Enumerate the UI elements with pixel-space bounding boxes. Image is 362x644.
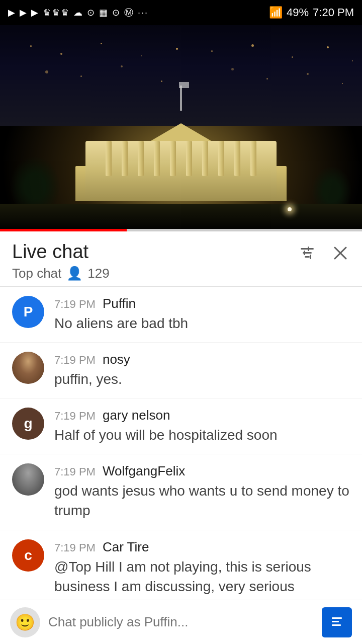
chat-message: g7:19 PMgary nelsonHalf of you will be h… (0, 398, 362, 454)
avatar: P (12, 296, 44, 328)
message-meta: 7:19 PMWolfgangFelix (54, 463, 350, 479)
filter-button[interactable] (298, 244, 317, 263)
svg-rect-3 (308, 247, 309, 251)
avatar (12, 463, 44, 496)
message-content: 7:19 PMnosypuffin, yes. (54, 352, 350, 389)
emoji-icon: 🙂 (15, 613, 35, 632)
message-content: 7:19 PMWolfgangFelixgod wants jesus who … (54, 463, 350, 520)
avatar: g (12, 408, 44, 440)
svg-rect-4 (304, 251, 305, 255)
chat-header: Live chat Top chat 👤 129 (0, 231, 362, 287)
message-text: Half of you will be hospitalized soon (54, 425, 350, 445)
emoji-button[interactable]: 🙂 (10, 607, 40, 637)
message-meta: 7:19 PMPuffin (54, 296, 350, 311)
close-button[interactable] (331, 244, 350, 263)
send-button[interactable] (322, 607, 352, 637)
clock: 7:20 PM (313, 6, 354, 19)
message-time: 7:19 PM (54, 465, 96, 478)
message-author[interactable]: WolfgangFelix (103, 463, 185, 479)
top-chat-label[interactable]: Top chat (12, 266, 61, 281)
message-text: puffin, yes. (54, 369, 350, 389)
svg-rect-10 (332, 624, 341, 626)
video-player[interactable] (0, 25, 362, 231)
message-author[interactable]: nosy (103, 352, 130, 367)
building-visual (75, 111, 287, 201)
message-text: god wants jesus who wants u to send mone… (54, 481, 350, 520)
message-text: @Top Hill I am not playing, this is seri… (54, 557, 350, 596)
avatar: c (12, 539, 44, 572)
message-content: 7:19 PMCar Tire@Top Hill I am not playin… (54, 539, 350, 596)
chat-header-left: Live chat Top chat 👤 129 (12, 240, 110, 281)
battery-level: 49% (287, 6, 309, 19)
message-meta: 7:19 PMgary nelson (54, 408, 350, 423)
status-icons: ▶ ▶ ▶ ♛♛♛ ☁ ⊙ ▦ ⊙ Ⓜ ··· (8, 7, 148, 19)
svg-rect-0 (301, 248, 314, 250)
status-right: 📶 49% 7:20 PM (269, 6, 354, 19)
message-time: 7:19 PM (54, 541, 96, 554)
chat-input[interactable] (48, 607, 314, 637)
svg-rect-2 (305, 256, 310, 258)
avatar (12, 352, 44, 384)
chat-message: 7:19 PMnosypuffin, yes. (0, 343, 362, 398)
message-meta: 7:19 PMnosy (54, 352, 350, 367)
message-author[interactable]: Car Tire (103, 539, 149, 555)
chat-message: P7:19 PMPuffinNo aliens are bad tbh (0, 287, 362, 343)
chat-title: Live chat (12, 240, 110, 264)
message-meta: 7:19 PMCar Tire (54, 539, 350, 555)
message-author[interactable]: Puffin (103, 296, 136, 311)
message-time: 7:19 PM (54, 298, 96, 311)
chat-message: 7:19 PMWolfgangFelixgod wants jesus who … (0, 454, 362, 530)
message-time: 7:19 PM (54, 410, 96, 423)
video-progress-fill (0, 229, 127, 231)
svg-rect-5 (310, 255, 311, 259)
message-content: 7:19 PMgary nelsonHalf of you will be ho… (54, 408, 350, 445)
chat-subtitle: Top chat 👤 129 (12, 266, 110, 281)
viewer-count: 129 (87, 266, 109, 281)
chat-header-right (298, 244, 350, 263)
person-icon: 👤 (66, 266, 82, 281)
message-text: No aliens are bad tbh (54, 313, 350, 333)
video-progress-bar[interactable] (0, 229, 362, 231)
svg-rect-9 (332, 621, 339, 622)
chat-message: c7:19 PMCar Tire@Top Hill I am not playi… (0, 530, 362, 606)
chat-messages-list: P7:19 PMPuffinNo aliens are bad tbh7:19 … (0, 287, 362, 644)
status-bar: ▶ ▶ ▶ ♛♛♛ ☁ ⊙ ▦ ⊙ Ⓜ ··· 📶 49% 7:20 PM (0, 0, 362, 25)
app-icons: ▶ ▶ ▶ ♛♛♛ ☁ ⊙ ▦ ⊙ Ⓜ ··· (8, 7, 148, 19)
message-time: 7:19 PM (54, 354, 96, 367)
wifi-icon: 📶 (269, 6, 283, 19)
message-content: 7:19 PMPuffinNo aliens are bad tbh (54, 296, 350, 333)
chat-input-bar: 🙂 (0, 600, 362, 644)
message-author[interactable]: gary nelson (103, 408, 170, 423)
svg-rect-8 (332, 617, 342, 619)
